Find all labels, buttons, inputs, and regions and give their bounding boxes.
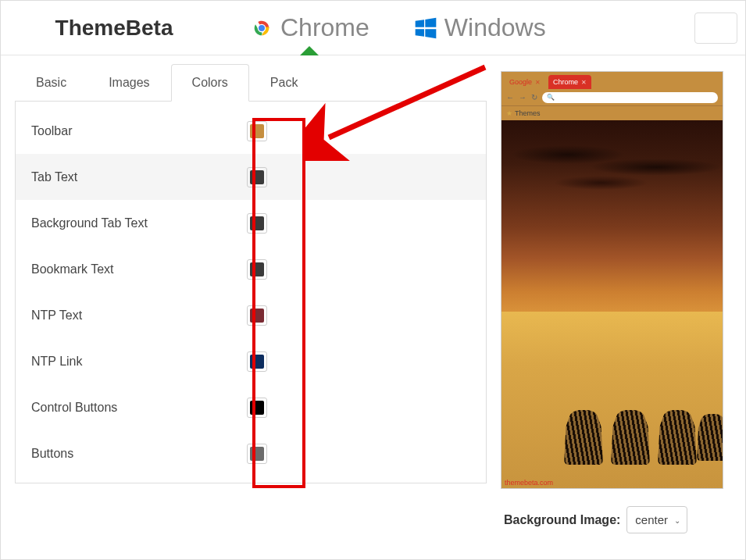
color-label: Tab Text: [31, 170, 247, 184]
back-icon: ←: [506, 93, 514, 102]
logo-text: ThemeBeta: [55, 16, 173, 41]
color-row: Buttons: [16, 430, 486, 476]
color-list: ToolbarTab TextBackground Tab TextBookma…: [15, 102, 487, 483]
preview-sky: [501, 120, 723, 334]
reload-icon: ↻: [531, 93, 537, 102]
zebra-icon: [697, 414, 723, 461]
header-button[interactable]: [694, 12, 737, 44]
preview-bookmarks: ★ Themes: [501, 106, 723, 120]
color-label: Control Buttons: [31, 401, 247, 415]
color-swatch[interactable]: [247, 305, 267, 326]
color-swatch[interactable]: [247, 259, 267, 280]
color-swatch-fill: [250, 309, 264, 323]
tab-pack[interactable]: Pack: [249, 64, 319, 102]
color-swatch-fill: [250, 124, 264, 138]
nav-chrome-label: Chrome: [280, 13, 369, 42]
color-swatch[interactable]: [247, 351, 267, 372]
preview-tab-active-label: Chrome: [553, 78, 578, 86]
active-indicator: [300, 46, 319, 55]
watermark: themebeta.com: [505, 479, 553, 487]
color-swatch-fill: [250, 447, 264, 461]
nav-chrome[interactable]: Chrome: [227, 1, 391, 55]
windows-icon: [413, 16, 438, 41]
color-row: Background Tab Text: [16, 200, 486, 246]
tab-colors[interactable]: Colors: [171, 64, 249, 102]
color-swatch-fill: [250, 355, 264, 369]
color-row: Bookmark Text: [16, 246, 486, 292]
preview-clouds: [501, 142, 723, 205]
color-swatch[interactable]: [247, 444, 267, 464]
chevron-down-icon: ⌄: [674, 515, 680, 524]
preview-tab-inactive: Google ✕: [505, 75, 545, 89]
color-label: NTP Link: [31, 355, 247, 369]
color-row: NTP Link: [16, 338, 486, 384]
color-swatch[interactable]: [247, 167, 267, 187]
tab-basic[interactable]: Basic: [15, 64, 87, 102]
left-panel: Basic Images Colors Pack ToolbarTab Text…: [1, 63, 501, 533]
preview-body: themebeta.com: [501, 120, 723, 488]
bg-option-label: Background Image:: [504, 513, 620, 527]
logo-area: ThemeBeta: [1, 1, 227, 55]
preview-window: Google ✕ Chrome ✕ ← → ↻ 🔍 ★ Themes: [501, 71, 723, 489]
bg-select-value: center: [635, 513, 668, 526]
close-icon: ✕: [535, 79, 541, 86]
color-swatch[interactable]: [247, 213, 267, 234]
color-row: NTP Text: [16, 292, 486, 338]
color-swatch[interactable]: [247, 121, 267, 141]
search-icon: 🔍: [547, 94, 555, 101]
zebra-icon: [564, 410, 603, 465]
preview-tabbar: Google ✕ Chrome ✕: [501, 72, 723, 89]
color-swatch-fill: [250, 262, 264, 276]
color-row: Control Buttons: [16, 384, 486, 430]
color-label: Background Tab Text: [31, 216, 247, 230]
header-right: [694, 12, 745, 44]
color-swatch-fill: [250, 170, 264, 184]
zebra-icon: [658, 410, 697, 465]
url-bar: 🔍: [542, 92, 718, 103]
color-label: Toolbar: [31, 124, 247, 138]
nav-items: Chrome Windows: [227, 1, 568, 55]
nav-windows-label: Windows: [444, 13, 546, 42]
bookmarks-label: Themes: [515, 109, 541, 117]
color-label: Bookmark Text: [31, 262, 247, 276]
color-row: Toolbar: [16, 108, 486, 154]
color-row: Tab Text: [16, 154, 486, 200]
tabs: Basic Images Colors Pack: [15, 63, 487, 102]
star-icon: ★: [506, 109, 512, 117]
bg-select[interactable]: center ⌄: [626, 506, 687, 533]
color-swatch-fill: [250, 216, 264, 230]
forward-icon: →: [519, 93, 526, 102]
nav-windows[interactable]: Windows: [391, 1, 568, 55]
color-label: NTP Text: [31, 309, 247, 323]
main: Basic Images Colors Pack ToolbarTab Text…: [1, 55, 745, 533]
preview-tab-inactive-label: Google: [509, 78, 532, 86]
color-label: Buttons: [31, 447, 247, 461]
zebra-icon: [611, 410, 650, 465]
tab-images[interactable]: Images: [87, 64, 170, 102]
close-icon: ✕: [581, 79, 587, 86]
chrome-icon: [249, 16, 274, 41]
color-swatch[interactable]: [247, 398, 267, 418]
color-swatch-fill: [250, 401, 264, 415]
header: ThemeBeta Chrome Windows: [1, 1, 745, 55]
preview-tab-active: Chrome ✕: [548, 75, 591, 89]
right-panel: Google ✕ Chrome ✕ ← → ↻ 🔍 ★ Themes: [501, 63, 735, 533]
preview-savanna: [501, 312, 723, 488]
preview-toolbar: ← → ↻ 🔍: [501, 89, 723, 106]
bg-option-row: Background Image: center ⌄: [501, 506, 726, 533]
